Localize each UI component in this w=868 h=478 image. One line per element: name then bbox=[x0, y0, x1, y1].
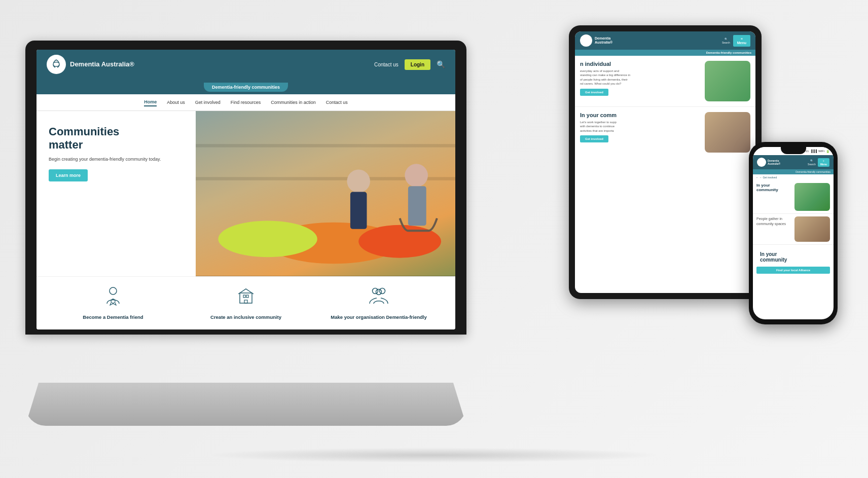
phone-community-img-bg bbox=[794, 183, 830, 211]
phone-section2-img bbox=[794, 216, 830, 242]
top-banner: Dementia-friendly communities bbox=[37, 79, 455, 94]
nav-item-find-resources[interactable]: Find resources bbox=[231, 99, 261, 106]
phone-community-section: In yourcommunity bbox=[753, 180, 834, 214]
login-button[interactable]: Login bbox=[405, 59, 430, 70]
back-arrow-icon: ← bbox=[756, 176, 758, 179]
tablet-search-button[interactable]: 🔍 Search bbox=[722, 38, 730, 44]
nav-item-home[interactable]: Home bbox=[144, 98, 157, 106]
svg-point-10 bbox=[405, 164, 428, 187]
svg-point-19 bbox=[380, 288, 385, 293]
tablet-header-actions: 🔍 Search ≡ Menu bbox=[722, 35, 750, 47]
svg-point-8 bbox=[347, 170, 370, 193]
search-icon[interactable]: 🔍 bbox=[437, 60, 445, 68]
phone-search-icon: 🔍 bbox=[810, 159, 813, 162]
svg-rect-3 bbox=[196, 144, 455, 148]
nav-item-get-involved[interactable]: Get involved bbox=[195, 99, 221, 106]
tablet-menu-button[interactable]: ≡ Menu bbox=[733, 35, 750, 47]
search-icon: 🔍 bbox=[725, 38, 728, 41]
nav-item-about[interactable]: About us bbox=[167, 99, 185, 106]
card-title-organisation: Make your organisation Dementia-friendly bbox=[331, 314, 427, 320]
hero-image-area bbox=[196, 111, 455, 276]
phone-search-button[interactable]: 🔍 Search bbox=[808, 159, 816, 166]
phone-logo-text: DementiaAustralia® bbox=[768, 159, 780, 165]
tablet-section-individual: n individual everyday acts of support an… bbox=[575, 56, 755, 107]
phone-menu-button[interactable]: ≡ Menu bbox=[818, 158, 829, 167]
phone-breadcrumb[interactable]: ← ← Get involved bbox=[753, 174, 834, 180]
scene: Dementia Australia® Contact us Login 🔍 D… bbox=[0, 0, 868, 478]
phone-section2-body: People gather incommunity spaces bbox=[756, 216, 792, 227]
phone-community-title-top: In yourcommunity bbox=[756, 183, 792, 192]
hamburger-icon: ≡ bbox=[741, 37, 743, 41]
tablet-website: DementiaAustralia® 🔍 Search ≡ Menu bbox=[575, 31, 755, 293]
hero-content: Communitiesmatter Begin creating your de… bbox=[37, 111, 173, 276]
tablet-logo: DementiaAustralia® bbox=[580, 34, 612, 47]
hero-section: Communitiesmatter Begin creating your de… bbox=[37, 111, 455, 276]
phone-community-img bbox=[794, 183, 830, 211]
find-local-alliance-button[interactable]: Find your local Alliance bbox=[756, 267, 830, 274]
site-header: Dementia Australia® Contact us Login 🔍 bbox=[37, 50, 455, 79]
phone-alliance-section: In yourcommunity Find your local Allianc… bbox=[753, 245, 834, 278]
nav-item-communities[interactable]: Communities in action bbox=[271, 99, 316, 106]
card-title-community: Create an inclusive community bbox=[210, 314, 281, 320]
laptop-logo-text: Dementia Australia® bbox=[70, 60, 134, 68]
learn-more-button[interactable]: Learn more bbox=[49, 169, 88, 181]
card-title-friend: Become a Dementia friend bbox=[83, 314, 143, 320]
tablet-header: DementiaAustralia® 🔍 Search ≡ Menu bbox=[575, 31, 755, 50]
hero-image-bg bbox=[196, 111, 455, 276]
contact-link[interactable]: Contact us bbox=[374, 62, 399, 67]
tablet-section-community: In your comm Let's work together to supp… bbox=[575, 107, 755, 158]
signal-icon: ▐▐▐ bbox=[810, 150, 817, 153]
site-nav: Home About us Get involved Find resource… bbox=[37, 94, 455, 111]
tablet-logo-text: DementiaAustralia® bbox=[595, 36, 612, 45]
phone-in-your-community-label: In yourcommunity bbox=[756, 249, 830, 264]
svg-point-12 bbox=[110, 287, 117, 295]
tablet-device: DementiaAustralia® 🔍 Search ≡ Menu bbox=[569, 25, 762, 299]
tablet-section-community-text: In your comm Let's work together to supp… bbox=[580, 112, 701, 153]
laptop-screen-outer: Dementia Australia® Contact us Login 🔍 D… bbox=[25, 41, 466, 335]
phone-notch bbox=[781, 147, 806, 154]
card-become-friend[interactable]: Become a Dementia friend bbox=[47, 286, 179, 320]
phone-header-actions: 🔍 Search ≡ Menu bbox=[808, 158, 829, 167]
organisation-dementia-icon bbox=[368, 286, 390, 309]
building-community-icon bbox=[236, 286, 256, 309]
tablet-section-individual-body: everyday acts of support andstanding can… bbox=[580, 69, 701, 86]
phone-outer: 10:11 ▐▐▐ WiFi 🔋 DementiaAustralia® bbox=[749, 142, 838, 324]
laptop-device: Dementia Australia® Contact us Login 🔍 D… bbox=[25, 41, 466, 426]
phone-logo: DementiaAustralia® bbox=[757, 158, 780, 167]
wifi-icon: WiFi bbox=[818, 150, 824, 153]
tablet-section-individual-text: n individual everyday acts of support an… bbox=[580, 61, 701, 101]
person-medal-icon bbox=[103, 286, 123, 309]
phone-screen: 10:11 ▐▐▐ WiFi 🔋 DementiaAustralia® bbox=[753, 147, 834, 319]
tablet-section-community-img bbox=[705, 112, 750, 153]
svg-rect-16 bbox=[246, 295, 248, 298]
tablet-section-individual-title: n individual bbox=[580, 61, 701, 67]
tablet-screen: DementiaAustralia® 🔍 Search ≡ Menu bbox=[575, 31, 755, 293]
svg-point-20 bbox=[376, 289, 382, 295]
tablet-img-green-park bbox=[705, 61, 750, 101]
tablet-section-community-body: Let's work together to suppwith dementia… bbox=[580, 120, 701, 133]
laptop-foot bbox=[25, 383, 466, 426]
get-involved-button-individual[interactable]: Get involved bbox=[580, 89, 608, 96]
logo-icon bbox=[47, 55, 66, 74]
hero-subtitle: Begin creating your dementia-friendly co… bbox=[49, 156, 161, 163]
svg-point-6 bbox=[218, 221, 317, 258]
tablet-section-individual-img bbox=[705, 61, 750, 101]
scene-shadow bbox=[206, 448, 662, 463]
header-actions: Contact us Login 🔍 bbox=[374, 59, 445, 70]
card-inclusive-community[interactable]: Create an inclusive community bbox=[179, 286, 312, 320]
phone-banner: Dementia-friendly communities bbox=[753, 169, 834, 174]
battery-icon: 🔋 bbox=[826, 150, 829, 153]
banner-text: Dementia-friendly communities bbox=[204, 83, 288, 92]
phone-hamburger-icon: ≡ bbox=[823, 159, 824, 162]
tablet-banner: Dementia-friendly communities bbox=[575, 50, 755, 56]
hero-title: Communitiesmatter bbox=[49, 125, 161, 152]
phone-device: 10:11 ▐▐▐ WiFi 🔋 DementiaAustralia® bbox=[749, 142, 838, 324]
phone-website: 10:11 ▐▐▐ WiFi 🔋 DementiaAustralia® bbox=[753, 147, 834, 319]
get-involved-button-community[interactable]: Get involved bbox=[580, 135, 608, 142]
phone-section2-img-bg bbox=[794, 216, 830, 242]
nav-item-contact[interactable]: Contact us bbox=[326, 99, 348, 106]
phone-header: DementiaAustralia® 🔍 Search ≡ Menu bbox=[753, 155, 834, 169]
card-organisation[interactable]: Make your organisation Dementia-friendly bbox=[312, 286, 445, 320]
phone-content: In yourcommunity People gather incommuni… bbox=[753, 180, 834, 319]
phone-community-text: In yourcommunity bbox=[756, 183, 792, 211]
